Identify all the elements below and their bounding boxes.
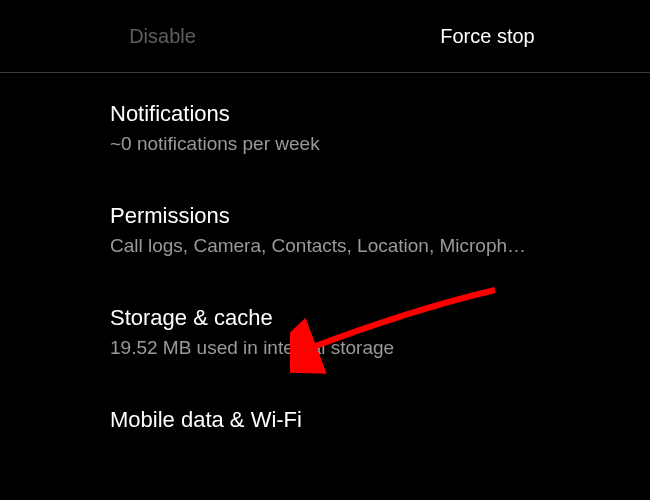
item-title: Mobile data & Wi-Fi	[110, 407, 630, 433]
settings-list: Notifications ~0 notifications per week …	[0, 73, 650, 459]
permissions-item[interactable]: Permissions Call logs, Camera, Contacts,…	[110, 175, 650, 277]
storage-cache-item[interactable]: Storage & cache 19.52 MB used in interna…	[110, 277, 650, 379]
notifications-item[interactable]: Notifications ~0 notifications per week	[110, 73, 650, 175]
force-stop-button[interactable]: Force stop	[325, 5, 650, 68]
action-bar: Disable Force stop	[0, 0, 650, 72]
item-subtitle: 19.52 MB used in internal storage	[110, 337, 630, 359]
item-title: Storage & cache	[110, 305, 630, 331]
mobile-data-wifi-item[interactable]: Mobile data & Wi-Fi	[110, 379, 650, 459]
disable-button[interactable]: Disable	[0, 5, 325, 68]
item-title: Notifications	[110, 101, 630, 127]
item-subtitle: ~0 notifications per week	[110, 133, 630, 155]
item-subtitle: Call logs, Camera, Contacts, Location, M…	[110, 235, 630, 257]
item-title: Permissions	[110, 203, 630, 229]
